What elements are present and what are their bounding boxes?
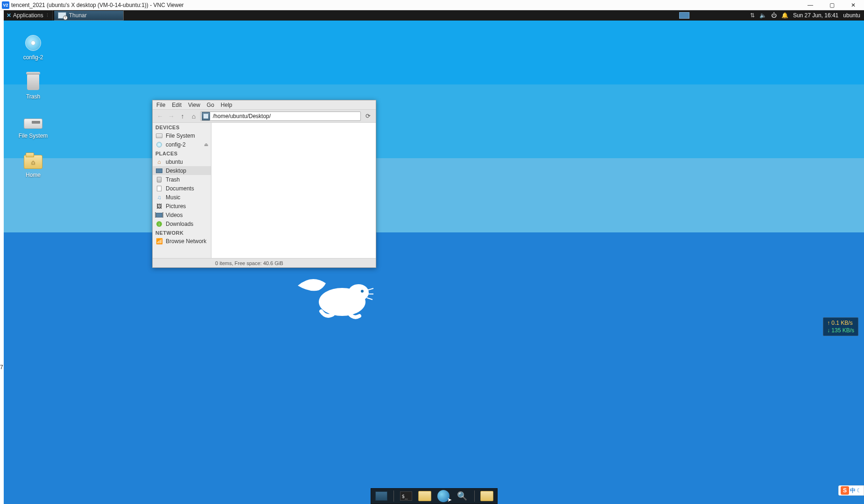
thunar-statusbar: 0 items, Free space: 40.6 GiB <box>153 258 376 267</box>
sidebar-item-label: File System <box>166 133 195 139</box>
network-icon: 📶 <box>155 238 163 245</box>
taskbar-item-thunar[interactable]: ? Thunar <box>54 10 124 21</box>
network-tray-icon[interactable]: ⇅ <box>750 12 755 19</box>
volume-tray-icon[interactable]: 🔈 <box>759 12 766 19</box>
sidebar-item-label: Music <box>166 194 180 201</box>
path-entry[interactable]: /home/ubuntu/Desktop/ <box>200 112 361 121</box>
eject-icon[interactable]: ⏏ <box>204 142 208 147</box>
thunar-toolbar: ← → ↑ ⌂ /home/ubuntu/Desktop/ ⟳ <box>153 110 376 123</box>
nav-back-button[interactable]: ← <box>155 112 165 121</box>
side-number-label: 7 <box>0 364 3 371</box>
sidebar-item-label: Trash <box>166 176 180 183</box>
videos-icon <box>156 213 162 217</box>
sidebar-network-browse[interactable]: 📶 Browse Network <box>153 237 211 245</box>
sidebar-item-label: Browse Network <box>166 238 206 245</box>
thunar-menubar: File Edit View Go Help <box>153 100 376 110</box>
sidebar-place-desktop[interactable]: Desktop <box>153 166 211 175</box>
trash-icon <box>157 177 162 182</box>
ime-lang-label[interactable]: 中 <box>850 487 856 495</box>
sidebar-item-label: Desktop <box>166 168 186 174</box>
notifications-tray-icon[interactable]: 🔔 <box>781 12 788 19</box>
xfce-top-panel: ✕ Applications ⋮ ? Thunar ⇅ 🔈 ⏻ 🔔 Sun 27… <box>4 10 864 21</box>
xfce-menu-icon: ✕ <box>7 12 11 19</box>
music-icon: ♫ <box>155 194 163 201</box>
desktop-icon-home[interactable]: ⌂ Home <box>12 151 54 178</box>
desktop-icon-trash[interactable]: Trash <box>12 73 54 100</box>
sidebar-device-config-2[interactable]: config-2 ⏏ <box>153 140 211 149</box>
menu-view[interactable]: View <box>188 102 200 108</box>
dock-folder-button[interactable] <box>479 490 494 502</box>
dock-filemanager-button[interactable] <box>417 490 432 502</box>
nav-forward-button[interactable]: → <box>167 112 176 121</box>
menu-edit[interactable]: Edit <box>172 102 182 108</box>
home-folder-icon: ⌂ <box>24 155 42 169</box>
sidebar-place-trash[interactable]: Trash <box>153 175 211 184</box>
sidebar-place-pictures[interactable]: 🖼 Pictures <box>153 202 211 210</box>
sidebar-header-network: NETWORK <box>153 228 211 237</box>
vnc-minimize-button[interactable]: — <box>800 0 821 10</box>
panel-username[interactable]: ubuntu <box>843 12 860 19</box>
applications-menu-button[interactable]: ✕ Applications ⋮ <box>4 10 53 21</box>
sidebar-place-downloads[interactable]: ↓ Downloads <box>153 219 211 228</box>
remote-desktop[interactable]: ✕ Applications ⋮ ? Thunar ⇅ 🔈 ⏻ 🔔 Sun 27… <box>4 10 864 504</box>
sidebar-item-label: ubuntu <box>166 159 183 165</box>
menu-go[interactable]: Go <box>207 102 214 108</box>
sidebar-item-label: config-2 <box>166 141 186 148</box>
ime-mode-icon[interactable]: ☾ <box>857 487 862 494</box>
vnc-window-title: tencent_2021 (ubuntu's X desktop (VM-0-1… <box>11 2 800 8</box>
desktop-icon-label: Trash <box>26 93 40 100</box>
desktop-icon-label: config-2 <box>23 54 43 61</box>
sidebar-header-devices: DEVICES <box>153 123 211 131</box>
dock-browser-button[interactable]: ➤ <box>436 490 451 502</box>
ime-indicator[interactable]: S 中 ☾ <box>838 485 864 496</box>
file-icon <box>157 186 162 191</box>
sidebar-device-filesystem[interactable]: File System <box>153 131 211 140</box>
sidebar-place-videos[interactable]: Videos <box>153 210 211 219</box>
status-text: 0 items, Free space: 40.6 GiB <box>215 260 283 266</box>
path-location-icon <box>202 112 210 120</box>
magnifier-icon: 🔍 <box>457 491 467 501</box>
thunar-task-icon: ? <box>58 12 66 19</box>
netspeed-upload: ↑ 0.1 KB/s <box>827 319 854 327</box>
nav-up-button[interactable]: ↑ <box>178 112 187 121</box>
downloads-icon: ↓ <box>156 221 162 227</box>
menu-file[interactable]: File <box>156 102 165 108</box>
svg-point-1 <box>348 284 369 301</box>
thunar-content-pane[interactable] <box>211 123 376 258</box>
drive-icon <box>24 119 42 129</box>
dock-separator <box>474 490 475 502</box>
xfce-bottom-dock: $_ ➤ 🔍 <box>371 488 498 504</box>
sidebar-place-music[interactable]: ♫ Music <box>153 193 211 202</box>
dock-separator <box>393 490 394 502</box>
sidebar-item-label: Pictures <box>166 203 186 210</box>
nav-home-button[interactable]: ⌂ <box>189 112 198 121</box>
cursor-icon: ➤ <box>447 497 452 503</box>
thunar-window[interactable]: File Edit View Go Help ← → ↑ ⌂ /home/ubu… <box>152 100 376 268</box>
desktop-icon-label: File System <box>19 133 48 139</box>
panel-clock[interactable]: Sun 27 Jun, 16:41 <box>793 12 838 19</box>
vnc-maximize-button[interactable]: ▢ <box>821 0 843 10</box>
dock-terminal-button[interactable]: $_ <box>399 490 414 502</box>
sogou-logo-icon: S <box>841 486 849 495</box>
folder-icon <box>418 491 431 501</box>
desktop-icon-filesystem[interactable]: File System <box>12 112 54 139</box>
desktop-icon-config-2[interactable]: config-2 <box>12 34 54 61</box>
menu-help[interactable]: Help <box>221 102 232 108</box>
nav-refresh-button[interactable]: ⟳ <box>363 112 373 119</box>
workspace-switcher[interactable] <box>679 12 689 19</box>
sidebar-place-ubuntu[interactable]: ⌂ ubuntu <box>153 157 211 166</box>
desktop-icon <box>156 168 162 173</box>
dock-show-desktop-button[interactable] <box>374 490 389 502</box>
vnc-close-button[interactable]: ✕ <box>843 0 864 10</box>
desktop-icon-label: Home <box>26 172 41 178</box>
drive-icon <box>156 133 162 138</box>
sidebar-place-documents[interactable]: Documents <box>153 184 211 193</box>
folder-icon <box>480 491 493 501</box>
system-tray: ⇅ 🔈 ⏻ 🔔 Sun 27 Jun, 16:41 ubuntu <box>675 12 864 19</box>
disc-icon <box>156 142 162 147</box>
dock-search-button[interactable]: 🔍 <box>455 490 470 502</box>
xfce-mouse-logo-icon <box>293 272 377 323</box>
pictures-icon: 🖼 <box>155 203 163 210</box>
path-text[interactable]: /home/ubuntu/Desktop/ <box>211 113 360 119</box>
power-tray-icon[interactable]: ⏻ <box>771 12 777 19</box>
